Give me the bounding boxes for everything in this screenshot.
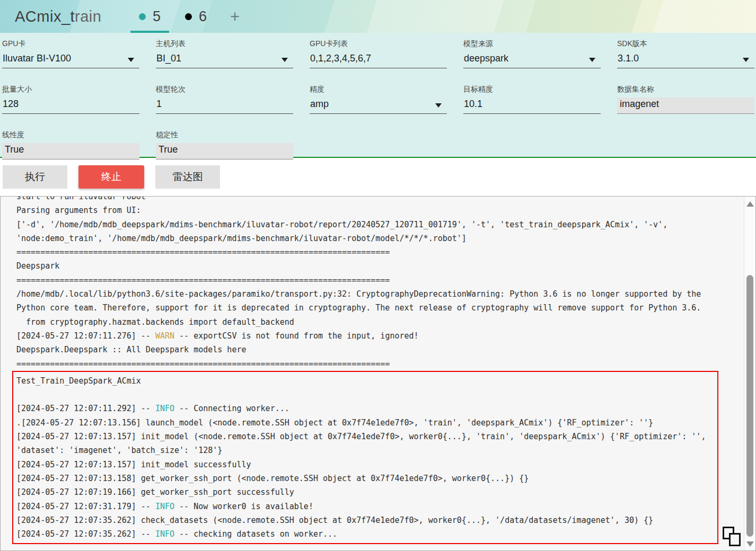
- scrollbar-thumb[interactable]: [746, 275, 753, 537]
- log-line: [2024-05-27 12:07:31.179] -- INFO -- Now…: [16, 500, 715, 513]
- log-line: [2024-05-27 12:07:35.262] -- INFO -- che…: [16, 527, 715, 541]
- dropdown-arrow-icon[interactable]: [743, 58, 749, 62]
- app-title: ACmix_train: [15, 8, 130, 25]
- log-line: start to run iluvatar robot: [16, 196, 755, 203]
- field-label: 线性度: [2, 130, 139, 140]
- precision-select[interactable]: amp: [310, 97, 447, 114]
- tab-6[interactable]: 6: [177, 0, 215, 33]
- log-line: ========================================…: [16, 273, 755, 287]
- log-line: ['-d', '/home/mdb/mdb_deepspark/mdims-be…: [16, 218, 755, 232]
- dataset-name-input: imagenet: [617, 97, 754, 114]
- dropdown-arrow-icon[interactable]: [128, 58, 134, 62]
- log-line: ========================================…: [16, 245, 755, 259]
- field-label: SDK版本: [617, 39, 754, 49]
- log-severity-info: INFO: [155, 404, 174, 413]
- add-tab-button[interactable]: +: [230, 8, 240, 25]
- log-line: .[2024-05-27 12:07:13.156] launch_model …: [16, 416, 715, 430]
- field-precision: 精度amp: [310, 85, 447, 114]
- field-model-epochs: 模型轮次1: [156, 85, 293, 114]
- sdk-version-select[interactable]: 3.1.0: [617, 52, 754, 68]
- app-header: ACmix_train 5 6 +: [0, 0, 756, 33]
- copy-icon[interactable]: [723, 527, 741, 546]
- log-line: Test_Train_DeepSpark_ACmix: [16, 374, 715, 388]
- log-severity-info: INFO: [155, 529, 174, 539]
- log-line: [2024-05-27 12:07:11.292] -- INFO -- Con…: [16, 402, 715, 415]
- execute-button[interactable]: 执行: [3, 165, 67, 189]
- header-facet-decoration: [523, 0, 644, 33]
- target-accuracy-input[interactable]: 10.1: [463, 97, 601, 114]
- field-label: 模型轮次: [156, 85, 293, 94]
- gpu-card-select[interactable]: Iluvatar BI-V100: [2, 52, 139, 68]
- stability-input: True: [156, 143, 293, 159]
- field-label: 数据集名称: [617, 85, 754, 94]
- field-target-accuracy: 目标精度10.1: [463, 85, 601, 114]
- log-content: start to run iluvatar robotParsing argum…: [1, 196, 755, 544]
- dropdown-arrow-icon[interactable]: [282, 58, 288, 62]
- log-area[interactable]: start to run iluvatar robotParsing argum…: [0, 196, 756, 551]
- gpu-card-list-input[interactable]: 0,1,2,3,4,5,6,7: [310, 52, 447, 68]
- log-line: [2024-05-27 12:07:19.166] get_worker_ssh…: [16, 485, 715, 499]
- form-grid: GPU卡Iluvatar BI-V100主机列表BI_01GPU卡列表0,1,2…: [2, 39, 754, 159]
- active-tab-dot-icon: [139, 13, 146, 20]
- log-line: Parsing arguments from UI:: [16, 203, 755, 217]
- log-line: ========================================…: [16, 357, 755, 371]
- log-line: Deepspark: [16, 259, 755, 273]
- terminate-button[interactable]: 终止: [78, 165, 144, 189]
- field-model-source: 模型来源deepspark: [463, 39, 601, 68]
- field-host-list: 主机列表BI_01: [156, 39, 293, 68]
- header-facet-decoration: [364, 0, 506, 33]
- scroll-up-arrow-icon[interactable]: [746, 201, 754, 207]
- dropdown-arrow-icon[interactable]: [589, 58, 595, 62]
- log-line: from cryptography.hazmat.backends import…: [16, 315, 755, 329]
- scroll-down-arrow-icon[interactable]: [746, 541, 754, 547]
- log-line: [2024-05-27 12:07:35.262] check_datasets…: [16, 513, 715, 527]
- linearity-input: True: [2, 143, 139, 159]
- tab-dot-icon: [185, 13, 192, 20]
- copy-icon-front-square: [729, 533, 741, 546]
- field-label: 目标精度: [463, 85, 601, 94]
- log-severity-info: INFO: [155, 502, 174, 511]
- config-form-panel: GPU卡Iluvatar BI-V100主机列表BI_01GPU卡列表0,1,2…: [0, 33, 756, 158]
- header-facet-decoration: [650, 0, 756, 33]
- field-gpu-card: GPU卡Iluvatar BI-V100: [2, 39, 139, 68]
- field-linearity: 线性度True: [2, 130, 139, 159]
- model-epochs-input[interactable]: 1: [156, 97, 293, 114]
- field-label: 批量大小: [2, 85, 139, 94]
- tab-label: 6: [199, 8, 207, 25]
- field-label: 模型来源: [463, 39, 601, 49]
- field-label: 稳定性: [156, 130, 293, 140]
- log-line: [16, 388, 715, 402]
- tab-5[interactable]: 5: [130, 0, 169, 33]
- log-line: Python core team. Therefore, support for…: [16, 301, 755, 315]
- log-scrollbar[interactable]: [744, 197, 755, 550]
- field-label: GPU卡列表: [310, 39, 447, 49]
- log-line: [2024-05-27 12:07:13.158] get_worker_ssh…: [16, 472, 715, 485]
- field-sdk-version: SDK版本3.1.0: [617, 39, 754, 68]
- radar-chart-button[interactable]: 雷达图: [155, 165, 220, 189]
- model-source-select[interactable]: deepspark: [463, 52, 601, 68]
- dropdown-arrow-icon[interactable]: [435, 103, 442, 108]
- log-highlight-box: Test_Train_DeepSpark_ACmix [2024-05-27 1…: [12, 371, 718, 545]
- field-label: 精度: [310, 85, 447, 94]
- log-line: [2024-05-27 12:07:13.157] init_model suc…: [16, 458, 715, 472]
- field-stability: 稳定性True: [156, 130, 293, 159]
- field-dataset-name: 数据集名称imagenet: [617, 85, 754, 114]
- batch-size-input[interactable]: 128: [2, 97, 139, 114]
- field-label: 主机列表: [156, 39, 293, 49]
- tab-label: 5: [153, 8, 161, 25]
- field-batch-size: 批量大小128: [2, 85, 139, 114]
- field-gpu-card-list: GPU卡列表0,1,2,3,4,5,6,7: [310, 39, 447, 68]
- log-severity-warn: WARN: [155, 331, 174, 341]
- action-toolbar: 执行 终止 雷达图: [0, 158, 756, 196]
- log-line: /home/mdb/.local/lib/python3.6/site-pack…: [16, 287, 755, 301]
- log-block: start to run iluvatar robotParsing argum…: [1, 196, 755, 371]
- log-line: 'dataset': 'imagenet', 'batch_size': '12…: [16, 443, 715, 457]
- host-list-select[interactable]: BI_01: [156, 52, 293, 68]
- log-line: 'node:demo_train', '/home/mdb/mdb_deepsp…: [16, 232, 755, 245]
- field-label: GPU卡: [2, 39, 139, 49]
- log-line: [2024-05-27 12:07:13.157] init_model (<n…: [16, 430, 715, 443]
- log-line: [2024-05-27 12:07:11.276] -- WARN -- exp…: [16, 329, 755, 343]
- header-facet-decoration: [199, 0, 336, 33]
- log-line: Deepspark.Deepspark :: All Deepspark mod…: [16, 343, 755, 357]
